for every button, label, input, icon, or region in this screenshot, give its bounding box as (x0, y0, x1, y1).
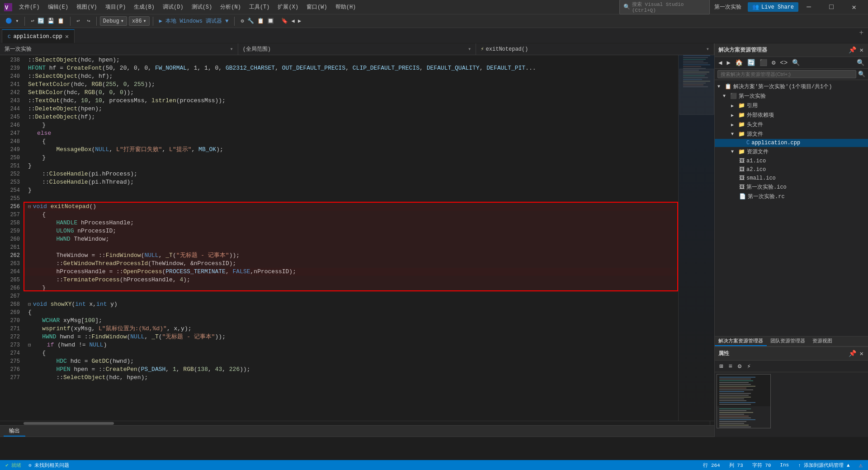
live-share-label: Live Share (761, 4, 794, 10)
tree-item-solution[interactable]: ▼ 📋 解决方案'第一次实验'(1个项目/共1个) (715, 82, 868, 91)
new-tab-button[interactable]: + (859, 29, 863, 37)
menu-view[interactable]: 视图(V) (73, 2, 101, 12)
toolbar-redo[interactable]: ↪ (85, 17, 93, 25)
menu-test[interactable]: 测试(S) (188, 2, 216, 12)
sol-search-icon[interactable]: 🔍 (855, 58, 866, 67)
prop-grid-icon[interactable]: ⊞ (717, 361, 725, 371)
code-line-258: HANDLE hProcessHandle; (24, 219, 678, 227)
menu-help[interactable]: 帮助(H) (332, 2, 360, 12)
menu-analyze[interactable]: 分析(N) (217, 2, 245, 12)
sol-filter-icon[interactable]: 🔍 (790, 58, 802, 67)
output-tabs: 输出 (0, 425, 714, 437)
toolbar-bookmark[interactable]: 🔖 ◀ ▶ (278, 17, 304, 25)
svg-rect-26 (719, 384, 751, 385)
tree-item-a1ico[interactable]: 🖼 a1.ico (715, 157, 868, 165)
pin-icon[interactable]: 📌 (848, 45, 857, 55)
sol-explorer-tab[interactable]: 解决方案资源管理器 (715, 337, 767, 346)
tree-item-application-cpp[interactable]: C application.cpp (715, 139, 868, 147)
code-line-265: ::TerminateProcess(hProcessHandle, 4); (24, 276, 678, 284)
status-ins[interactable]: Ins (778, 462, 791, 468)
tree-item-references[interactable]: ▶ 📁 引用 (715, 101, 868, 110)
close-panel-icon[interactable]: ✕ (859, 45, 864, 55)
code-line-269: { (24, 309, 678, 317)
debug-mode-dropdown[interactable]: Debug ▾ (100, 16, 127, 26)
headers-icon: 📁 (738, 121, 745, 128)
prop-list-icon[interactable]: ≡ (726, 362, 734, 371)
menu-file[interactable]: 文件(F) (15, 2, 43, 12)
code-line-240: ::SelectObject(hdc, hf); (24, 72, 678, 81)
status-col[interactable]: 列 73 (727, 462, 745, 469)
maximize-button[interactable]: □ (821, 0, 842, 14)
sol-bottom-tabs: 解决方案资源管理器 团队资源管理器 资源视图 (715, 336, 868, 347)
sol-forward-icon[interactable]: ▶ (725, 58, 732, 67)
output-tab[interactable]: 输出 (4, 426, 25, 437)
sol-collapse-icon[interactable]: ⬛ (758, 58, 769, 67)
tab-close-button[interactable]: ✕ (65, 33, 69, 40)
sol-back-icon[interactable]: ◀ (717, 58, 724, 67)
toolbar-undo-group[interactable]: ↩ 🔄 💾 📋 (28, 17, 67, 25)
tab-bar: C application.cpp ✕ + (0, 28, 868, 43)
tree-item-smallico[interactable]: 🖼 small.ico (715, 174, 868, 182)
prop-props-icon[interactable]: ⚙ (736, 361, 743, 371)
prop-pin-icon[interactable]: 📌 (848, 349, 857, 358)
arch-chevron: ▾ (143, 18, 146, 24)
tree-item-main-ico[interactable]: 🖼 第一次实验.ico (715, 182, 868, 192)
status-source-control[interactable]: ↑ 添加到源代码管理 ▲ (796, 462, 851, 469)
minimize-button[interactable]: ─ (798, 0, 819, 14)
menu-window[interactable]: 窗口(W) (303, 2, 331, 12)
full-scope-selector[interactable]: (全局范围) ▾ (238, 43, 476, 55)
solution-search-button[interactable]: 🔍 (858, 71, 865, 78)
status-char[interactable]: 字符 70 (750, 462, 773, 469)
sol-sync-icon[interactable]: 🏠 (733, 58, 745, 67)
menu-edit[interactable]: 编辑(E) (44, 2, 72, 12)
prop-events-icon[interactable]: ⚡ (745, 361, 752, 371)
tree-item-main-rc[interactable]: 📄 第一次实验.rc (715, 192, 868, 201)
resource-view-tab[interactable]: 资源视图 (809, 337, 836, 346)
team-explorer-tab[interactable]: 团队资源管理器 (767, 337, 809, 346)
menu-debug[interactable]: 调试(D) (159, 2, 187, 12)
menu-build[interactable]: 生成(B) (130, 2, 158, 12)
properties-toolbar: ⊞ ≡ ⚙ ⚡ (715, 361, 868, 372)
tree-item-project[interactable]: ▼ ⬛ 第一次实验 (715, 91, 868, 101)
search-box[interactable]: 🔍 搜索 Visual Studio (Ctrl+Q) (619, 0, 710, 14)
sol-code-icon[interactable]: <> (778, 58, 789, 67)
close-button[interactable]: ✕ (844, 0, 864, 14)
external-label: 外部依赖项 (747, 111, 774, 119)
live-share-button[interactable]: 👥 Live Share (748, 2, 798, 12)
code-container[interactable]: 238239240241242 243244245246247 24824925… (0, 55, 714, 425)
tree-item-external[interactable]: ▶ 📁 外部依赖项 (715, 110, 868, 120)
properties-content (715, 372, 868, 437)
svg-rect-36 (719, 402, 755, 403)
status-issues[interactable]: ⊙ 未找到相关问题 (27, 462, 71, 469)
run-button[interactable]: ▶ 本地 Windows 调试器 ▼ (156, 16, 231, 26)
code-content[interactable]: ::SelectObject(hdc, hpen); HFONT hf = Cr… (24, 55, 678, 421)
status-line[interactable]: 行 264 (701, 462, 722, 469)
horizontal-scrollbar[interactable] (0, 421, 714, 425)
sol-refresh-icon[interactable]: 🔄 (745, 58, 757, 67)
svg-rect-27 (719, 386, 755, 387)
menu-tools[interactable]: 工具(T) (245, 2, 274, 12)
tree-item-a2ico[interactable]: 🖼 a2.ico (715, 165, 868, 174)
prop-close-icon[interactable]: ✕ (859, 349, 864, 358)
solution-search-input[interactable] (717, 70, 856, 78)
status-warn-icon[interactable]: ⚠ (857, 461, 864, 469)
tab-application-cpp[interactable]: C application.cpp ✕ (2, 29, 75, 43)
arch-dropdown[interactable]: x86 ▾ (129, 16, 150, 26)
status-ready[interactable]: ✔ 就绪 (4, 462, 23, 469)
function-selector[interactable]: ⚡ exitNotepad() ▾ (476, 43, 714, 55)
tree-item-headers[interactable]: ▶ 📁 头文件 (715, 120, 868, 129)
prop-thumb-bottom (717, 406, 770, 428)
tree-item-source[interactable]: ▼ 📁 源文件 (715, 129, 868, 139)
tree-item-resources[interactable]: ▼ 📁 资源文件 (715, 147, 868, 157)
editor-nav: 第一次实验 ▾ (全局范围) ▾ ⚡ exitNotepad() ▾ (0, 43, 714, 55)
tree-arrow-resources: ▼ (731, 149, 736, 154)
toolbar-extra-1[interactable]: ⚙ 🔧 📋 🔲 (238, 17, 277, 25)
menu-extend[interactable]: 扩展(X) (274, 2, 302, 12)
sol-properties-icon[interactable]: ⚙ (770, 58, 777, 67)
scope-selector[interactable]: 第一次实验 ▾ (0, 43, 238, 55)
toolbar-undo[interactable]: ↩ (74, 17, 82, 25)
svg-rect-40 (719, 410, 746, 411)
svg-rect-30 (719, 391, 744, 392)
toolbar-new[interactable]: 🔵 ▾ (3, 17, 21, 25)
menu-project[interactable]: 项目(P) (102, 2, 130, 12)
